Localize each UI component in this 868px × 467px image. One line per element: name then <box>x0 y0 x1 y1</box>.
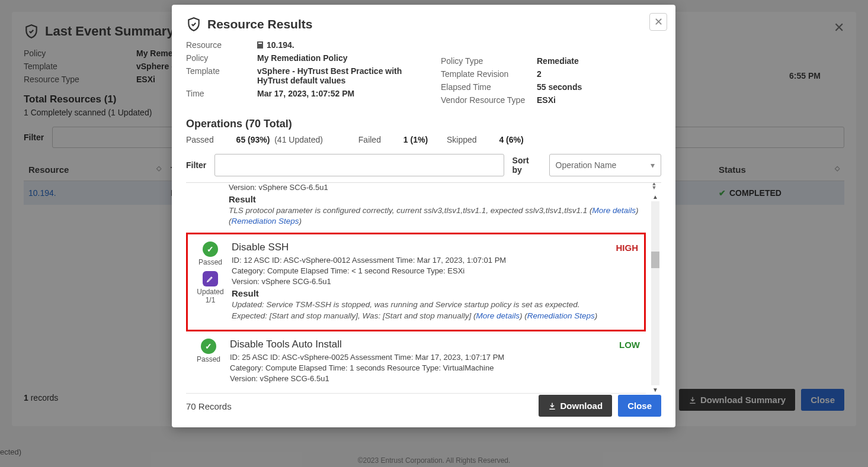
chevron-down-icon: ▾ <box>651 160 655 170</box>
operation-item-disable-ssh: ✓ Passed Updated 1/1 Disable SSH ID: 12 … <box>186 233 646 331</box>
op-meta-3: Version: vSphere SCG-6.5u1 <box>230 374 604 383</box>
resource-results-modal: ✕ Resource Results Resource10.194. Polic… <box>172 5 675 427</box>
operation-item-disable-tools: ✓ Passed Disable Tools Auto Install ID: … <box>186 331 646 394</box>
op-meta-1: ID: 12 ASC ID: ASC-vSphere-0012 Assessme… <box>232 256 603 265</box>
sort-toggle[interactable]: ▲▼ <box>651 182 658 190</box>
vrt-value: ESXi <box>537 95 556 105</box>
trev-value: 2 <box>537 69 542 79</box>
op-meta-2: Category: Compute Elapsed Time: < 1 seco… <box>232 266 603 275</box>
scroll-down-icon[interactable]: ▼ <box>652 387 658 393</box>
filter-label: Filter <box>186 160 206 170</box>
pass-icon: ✓ <box>203 241 218 257</box>
ptype-label: Policy Type <box>441 56 537 66</box>
more-details-link[interactable]: More details <box>476 311 520 320</box>
vrt-label: Vendor Resource Type <box>441 95 537 105</box>
elapsed-value: 55 seconds <box>537 82 582 92</box>
status-label: Passed <box>193 355 224 363</box>
resource-value: 10.194. <box>257 40 294 50</box>
more-details-link[interactable]: More details <box>592 206 636 215</box>
status-label: Passed <box>195 258 226 266</box>
elapsed-label: Elapsed Time <box>441 82 537 92</box>
resource-label: Resource <box>186 40 257 50</box>
op-meta-1: ID: 25 ASC ID: ASC-vSphere-0025 Assessme… <box>230 353 604 362</box>
op-version: Version: vSphere SCG-6.5u1 <box>229 183 640 192</box>
sortby-select[interactable]: Operation Name ▾ <box>549 154 661 176</box>
scroll-track[interactable] <box>651 201 659 385</box>
remediation-steps-link[interactable]: Remediation Steps <box>232 217 299 226</box>
scrollbar[interactable]: ▲ ▼ <box>651 194 660 393</box>
severity-badge: HIGH <box>603 241 638 321</box>
policy-value: My Remediation Policy <box>257 53 347 63</box>
time-value: Mar 17, 2023, 1:07:52 PM <box>257 89 354 98</box>
result-text: Updated: Service TSM-SSH is stopped, was… <box>232 299 603 321</box>
modal-title: Resource Results <box>207 17 312 31</box>
download-button[interactable]: Download <box>539 395 612 417</box>
close-button[interactable]: Close <box>618 395 661 417</box>
remediation-steps-link[interactable]: Remediation Steps <box>527 311 595 320</box>
results-list: ▲▼ ▲ ▼ Version: vSphere SCG-6.5u1 Result… <box>186 182 661 395</box>
op-meta-2: Category: Compute Elapsed Time: 1 second… <box>230 363 604 372</box>
updated-count: 1/1 <box>195 296 226 304</box>
pass-icon: ✓ <box>201 339 216 354</box>
template-value: vSphere - HyTrust Best Practice with HyT… <box>257 66 417 85</box>
result-text: TLS protocol parameter is configured cor… <box>229 205 640 227</box>
modal-close-button[interactable]: ✕ <box>649 13 667 31</box>
severity-badge: LOW <box>604 339 640 385</box>
sort-value: Operation Name <box>556 160 617 170</box>
result-heading: Result <box>232 288 603 298</box>
op-meta-3: Version: vSphere SCG-6.5u1 <box>232 277 603 286</box>
scroll-thumb[interactable] <box>651 252 659 268</box>
policy-label: Policy <box>186 53 257 63</box>
sortby-label: Sort by <box>513 156 541 175</box>
server-icon <box>257 41 263 49</box>
operation-name: Disable Tools Auto Install <box>230 339 604 350</box>
updated-icon <box>203 271 218 286</box>
operation-name: Disable SSH <box>232 241 603 253</box>
ptype-value: Remediate <box>537 56 579 66</box>
result-heading: Result <box>229 194 640 204</box>
template-label: Template <box>186 66 257 85</box>
shield-icon <box>186 17 201 32</box>
trev-label: Template Revision <box>441 69 537 79</box>
operations-stats: Passed 65 (93%) (41 Updated) Failed 1 (1… <box>186 135 661 144</box>
scroll-up-icon[interactable]: ▲ <box>652 194 658 200</box>
operation-item-partial: Version: vSphere SCG-6.5u1 Result TLS pr… <box>186 183 646 233</box>
operations-title: Operations (70 Total) <box>186 118 661 130</box>
updated-label: Updated <box>195 288 226 296</box>
filter-input[interactable] <box>214 154 504 176</box>
time-label: Time <box>186 89 257 98</box>
